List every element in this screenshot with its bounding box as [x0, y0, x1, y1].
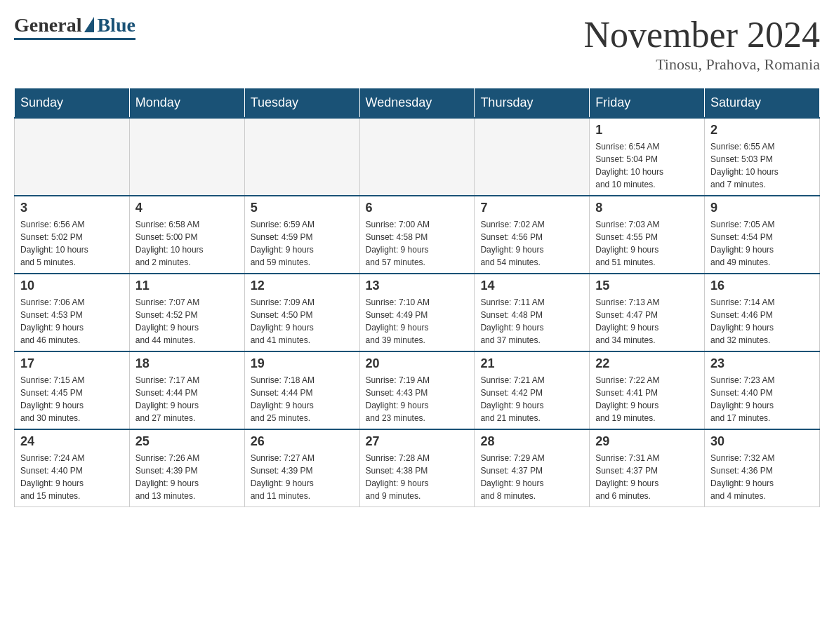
logo-underline	[14, 38, 135, 40]
calendar-day-cell	[129, 118, 244, 196]
calendar-week-row: 10Sunrise: 7:06 AMSunset: 4:53 PMDayligh…	[15, 274, 820, 351]
calendar-day-cell: 28Sunrise: 7:29 AMSunset: 4:37 PMDayligh…	[475, 429, 590, 507]
calendar-day-cell: 24Sunrise: 7:24 AMSunset: 4:40 PMDayligh…	[15, 429, 130, 507]
calendar-day-cell: 13Sunrise: 7:10 AMSunset: 4:49 PMDayligh…	[359, 274, 475, 351]
day-of-week-header: Saturday	[705, 88, 820, 119]
calendar-week-row: 17Sunrise: 7:15 AMSunset: 4:45 PMDayligh…	[15, 351, 820, 429]
day-number: 10	[20, 279, 124, 293]
day-info: Sunrise: 6:54 AMSunset: 5:04 PMDaylight:…	[595, 140, 699, 191]
day-of-week-header: Monday	[129, 88, 244, 119]
day-number: 13	[366, 279, 469, 293]
day-number: 26	[251, 434, 354, 449]
day-info: Sunrise: 7:09 AMSunset: 4:50 PMDaylight:…	[251, 296, 354, 347]
day-number: 24	[20, 434, 124, 449]
day-number: 11	[135, 279, 239, 293]
calendar-day-cell: 2Sunrise: 6:55 AMSunset: 5:03 PMDaylight…	[705, 118, 820, 196]
day-number: 17	[20, 356, 124, 371]
day-info: Sunrise: 7:26 AMSunset: 4:39 PMDaylight:…	[135, 452, 239, 502]
day-info: Sunrise: 7:24 AMSunset: 4:40 PMDaylight:…	[20, 452, 124, 502]
day-info: Sunrise: 7:28 AMSunset: 4:38 PMDaylight:…	[366, 452, 469, 502]
day-info: Sunrise: 7:18 AMSunset: 4:44 PMDaylight:…	[251, 374, 354, 424]
calendar-day-cell: 10Sunrise: 7:06 AMSunset: 4:53 PMDayligh…	[15, 274, 130, 351]
calendar-day-cell: 9Sunrise: 7:05 AMSunset: 4:54 PMDaylight…	[705, 196, 820, 274]
day-info: Sunrise: 7:10 AMSunset: 4:49 PMDaylight:…	[366, 296, 469, 347]
day-number: 22	[595, 356, 699, 371]
calendar-day-cell: 16Sunrise: 7:14 AMSunset: 4:46 PMDayligh…	[705, 274, 820, 351]
calendar-day-cell: 5Sunrise: 6:59 AMSunset: 4:59 PMDaylight…	[244, 196, 359, 274]
calendar-day-cell: 3Sunrise: 6:56 AMSunset: 5:02 PMDaylight…	[15, 196, 130, 274]
day-info: Sunrise: 7:32 AMSunset: 4:36 PMDaylight:…	[710, 452, 814, 502]
day-info: Sunrise: 7:15 AMSunset: 4:45 PMDaylight:…	[20, 374, 124, 424]
day-number: 4	[135, 201, 239, 215]
logo-general-text: General	[14, 14, 81, 36]
calendar-day-cell: 20Sunrise: 7:19 AMSunset: 4:43 PMDayligh…	[359, 351, 475, 429]
calendar-day-cell: 14Sunrise: 7:11 AMSunset: 4:48 PMDayligh…	[475, 274, 590, 351]
day-info: Sunrise: 6:55 AMSunset: 5:03 PMDaylight:…	[710, 140, 814, 191]
day-number: 1	[595, 123, 699, 137]
calendar-day-cell: 22Sunrise: 7:22 AMSunset: 4:41 PMDayligh…	[590, 351, 705, 429]
day-number: 25	[135, 434, 239, 449]
day-number: 28	[480, 434, 583, 449]
day-info: Sunrise: 7:19 AMSunset: 4:43 PMDaylight:…	[366, 374, 469, 424]
calendar-week-row: 24Sunrise: 7:24 AMSunset: 4:40 PMDayligh…	[15, 429, 820, 507]
day-number: 18	[135, 356, 239, 371]
day-number: 14	[480, 279, 583, 293]
day-info: Sunrise: 7:14 AMSunset: 4:46 PMDaylight:…	[710, 296, 814, 347]
calendar-day-cell: 23Sunrise: 7:23 AMSunset: 4:40 PMDayligh…	[705, 351, 820, 429]
calendar-day-cell: 1Sunrise: 6:54 AMSunset: 5:04 PMDaylight…	[590, 118, 705, 196]
calendar-day-cell: 8Sunrise: 7:03 AMSunset: 4:55 PMDaylight…	[590, 196, 705, 274]
calendar-day-cell: 15Sunrise: 7:13 AMSunset: 4:47 PMDayligh…	[590, 274, 705, 351]
day-number: 3	[20, 201, 124, 215]
day-info: Sunrise: 7:11 AMSunset: 4:48 PMDaylight:…	[480, 296, 583, 347]
day-of-week-header: Friday	[590, 88, 705, 119]
calendar-day-cell	[475, 118, 590, 196]
day-info: Sunrise: 7:31 AMSunset: 4:37 PMDaylight:…	[595, 452, 699, 502]
day-info: Sunrise: 7:05 AMSunset: 4:54 PMDaylight:…	[710, 218, 814, 269]
day-info: Sunrise: 7:07 AMSunset: 4:52 PMDaylight:…	[135, 296, 239, 347]
day-number: 20	[366, 356, 469, 371]
day-number: 6	[366, 201, 469, 215]
day-number: 7	[480, 201, 583, 215]
day-number: 19	[251, 356, 354, 371]
day-number: 12	[251, 279, 354, 293]
calendar-day-cell	[359, 118, 475, 196]
day-info: Sunrise: 7:00 AMSunset: 4:58 PMDaylight:…	[366, 218, 469, 269]
day-number: 23	[710, 356, 814, 371]
calendar-day-cell: 21Sunrise: 7:21 AMSunset: 4:42 PMDayligh…	[475, 351, 590, 429]
day-of-week-header: Wednesday	[359, 88, 475, 119]
calendar-day-cell: 25Sunrise: 7:26 AMSunset: 4:39 PMDayligh…	[129, 429, 244, 507]
logo-blue-text: Blue	[97, 14, 135, 36]
day-of-week-header: Tuesday	[244, 88, 359, 119]
calendar-day-cell: 7Sunrise: 7:02 AMSunset: 4:56 PMDaylight…	[475, 196, 590, 274]
logo: General Blue	[14, 14, 135, 40]
day-info: Sunrise: 7:27 AMSunset: 4:39 PMDaylight:…	[251, 452, 354, 502]
day-number: 5	[251, 201, 354, 215]
day-info: Sunrise: 7:22 AMSunset: 4:41 PMDaylight:…	[595, 374, 699, 424]
day-number: 16	[710, 279, 814, 293]
day-number: 21	[480, 356, 583, 371]
calendar-day-cell: 17Sunrise: 7:15 AMSunset: 4:45 PMDayligh…	[15, 351, 130, 429]
day-number: 27	[366, 434, 469, 449]
day-info: Sunrise: 7:13 AMSunset: 4:47 PMDaylight:…	[595, 296, 699, 347]
calendar-day-cell: 30Sunrise: 7:32 AMSunset: 4:36 PMDayligh…	[705, 429, 820, 507]
day-info: Sunrise: 7:21 AMSunset: 4:42 PMDaylight:…	[480, 374, 583, 424]
calendar-day-cell	[15, 118, 130, 196]
day-info: Sunrise: 7:29 AMSunset: 4:37 PMDaylight:…	[480, 452, 583, 502]
calendar-day-cell: 4Sunrise: 6:58 AMSunset: 5:00 PMDaylight…	[129, 196, 244, 274]
day-number: 8	[595, 201, 699, 215]
day-info: Sunrise: 7:03 AMSunset: 4:55 PMDaylight:…	[595, 218, 699, 269]
day-number: 29	[595, 434, 699, 449]
calendar-table: SundayMondayTuesdayWednesdayThursdayFrid…	[14, 88, 820, 507]
calendar-day-cell: 26Sunrise: 7:27 AMSunset: 4:39 PMDayligh…	[244, 429, 359, 507]
calendar-week-row: 3Sunrise: 6:56 AMSunset: 5:02 PMDaylight…	[15, 196, 820, 274]
location-title: Tinosu, Prahova, Romania	[584, 55, 820, 74]
month-year-title: November 2024	[584, 14, 820, 55]
calendar-day-cell: 11Sunrise: 7:07 AMSunset: 4:52 PMDayligh…	[129, 274, 244, 351]
title-section: November 2024 Tinosu, Prahova, Romania	[584, 14, 820, 74]
calendar-week-row: 1Sunrise: 6:54 AMSunset: 5:04 PMDaylight…	[15, 118, 820, 196]
day-number: 15	[595, 279, 699, 293]
day-info: Sunrise: 6:58 AMSunset: 5:00 PMDaylight:…	[135, 218, 239, 269]
day-info: Sunrise: 6:59 AMSunset: 4:59 PMDaylight:…	[251, 218, 354, 269]
calendar-day-cell: 6Sunrise: 7:00 AMSunset: 4:58 PMDaylight…	[359, 196, 475, 274]
page-header: General Blue November 2024 Tinosu, Praho…	[14, 14, 820, 74]
